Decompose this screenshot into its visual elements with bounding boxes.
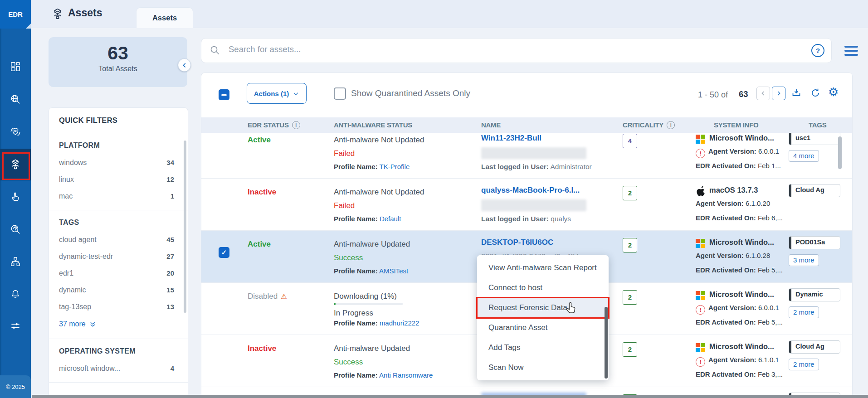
filter-item[interactable]: cloud agent45 [59, 231, 178, 248]
warning-triangle-icon: ⚠ [281, 292, 287, 301]
table-row[interactable]: InactiveAnti-malware Not UpdatedFailedPr… [201, 179, 852, 231]
menu-item-quarantine-asset[interactable]: Quarantine Asset [477, 318, 609, 338]
agent-alert-icon: ! [696, 149, 705, 158]
row-checkbox[interactable]: ✓ [219, 247, 229, 258]
actions-button[interactable]: Actions (1) [247, 83, 307, 104]
sidebar-item-anti-malware[interactable] [0, 119, 31, 145]
asset-name-link[interactable]: qualyss-MacBook-Pro-6.l... [481, 186, 580, 195]
sidebar-item-policies[interactable] [0, 248, 31, 275]
tab-assets[interactable]: Assets [136, 7, 193, 28]
tag-bracket [789, 184, 791, 197]
more-tags-button[interactable]: 2 more [789, 359, 819, 370]
quick-filters-title: QUICK FILTERS [49, 108, 188, 133]
menu-item-view-anti-malware-scan-report[interactable]: View Anti-malware Scan Report [477, 258, 609, 278]
sidebar-item-dashboard[interactable] [0, 53, 31, 80]
more-tags-button[interactable]: 2 more [789, 306, 819, 318]
search-bar: ? [201, 38, 832, 63]
collapse-panel-button[interactable] [178, 58, 191, 72]
more-tags-button[interactable]: 3 more [789, 254, 819, 266]
column-header-anti-malware-status[interactable]: ANTI-MALWARE STATUS [334, 121, 412, 129]
tag-bracket [789, 340, 791, 354]
download-button[interactable] [791, 87, 802, 98]
asset-name-link[interactable]: DESKTOP-T6IU6OC [481, 238, 553, 247]
filter-item[interactable]: linux12 [59, 171, 178, 188]
asset-detail-redacted [481, 147, 586, 159]
filter-item-count: 12 [166, 175, 178, 183]
total-assets-value: 63 [49, 43, 187, 64]
edr-activated-value: Feb 5,... [758, 318, 783, 326]
filter-item[interactable]: mac1 [59, 188, 178, 204]
menu-item-scan-now[interactable]: Scan Now [477, 358, 609, 378]
info-icon: i [292, 121, 300, 129]
menu-item-request-forensic-data[interactable]: Request Forensic Data [477, 298, 609, 318]
filter-item[interactable]: edr120 [59, 265, 178, 282]
filter-item[interactable]: microsoft window...4 [59, 360, 178, 377]
column-header-tags[interactable]: TAGS [809, 121, 826, 129]
filter-item[interactable]: dynamic15 [59, 282, 178, 298]
filter-item[interactable]: dynamic-test-edr27 [59, 248, 178, 265]
table-header-row: EDR STATUSiANTI-MALWARE STATUSNAMECRITIC… [201, 117, 852, 133]
sidebar-item-alerts[interactable] [0, 281, 31, 307]
agent-alert-icon: ! [696, 305, 705, 315]
assets-cube-title-icon [51, 7, 64, 21]
total-assets-label: Total Assets [49, 65, 187, 73]
filter-item-label: dynamic-test-edr [59, 252, 113, 261]
menu-item-add-tags[interactable]: Add Tags [477, 338, 609, 358]
filter-item-count: 27 [166, 252, 178, 260]
more-tags-button[interactable]: 4 more [789, 150, 819, 162]
edr-activated-line: EDR Activated On: Feb 6,... [696, 214, 783, 222]
quarantined-only-checkbox[interactable] [334, 87, 346, 100]
sidebar-item-configuration[interactable] [0, 313, 31, 339]
filter-item[interactable]: windows34 [59, 154, 178, 171]
table-row[interactable]: ActiveAnti-malware Not UpdatedFailedProf… [201, 133, 852, 179]
anti-malware-status: Anti-malware Not Updated [334, 188, 424, 197]
edr-activated-line: EDR Activated On: Feb 3,... [696, 370, 783, 378]
profile-name-link[interactable]: Default [380, 215, 401, 223]
prev-page-button[interactable] [756, 87, 770, 100]
windows-logo-icon [696, 343, 705, 352]
column-header-name[interactable]: NAME [481, 121, 501, 129]
menu-hamburger-icon[interactable] [844, 46, 858, 58]
column-header-criticality[interactable]: CRITICALITYi [623, 121, 675, 129]
help-icon[interactable]: ? [811, 44, 824, 57]
edr-status-value: Disabled [248, 292, 278, 301]
edr-activated-line: EDR Activated On: Feb 5,... [696, 266, 783, 274]
download-progress-fill [334, 303, 336, 305]
filter-more-link[interactable]: 37 more [59, 315, 178, 333]
refresh-button[interactable] [810, 87, 821, 98]
sidebar-item-investigate[interactable] [0, 86, 31, 112]
column-header-edr-status[interactable]: EDR STATUSi [248, 121, 300, 129]
edr-logo[interactable]: EDR [0, 0, 31, 29]
agent-version-line: !Agent Version: 6.0.0.1 [696, 304, 779, 315]
tag-label: Dynamic [795, 291, 823, 298]
menu-item-connect-to-host[interactable]: Connect to host [477, 278, 609, 298]
table-vertical-scrollbar[interactable] [838, 136, 842, 169]
search-input[interactable] [228, 44, 774, 55]
sidebar-item-hunting[interactable] [0, 216, 31, 243]
filters-scrollbar[interactable] [184, 141, 186, 313]
search-globe-icon [10, 93, 21, 105]
select-all-checkbox-indeterminate[interactable] [219, 89, 229, 100]
download-icon [791, 87, 802, 98]
profile-name-link[interactable]: madhuri2222 [380, 319, 419, 327]
bottom-scrollbar[interactable] [32, 395, 868, 398]
sidebar-item-responses[interactable] [0, 184, 31, 210]
chevron-left-icon [182, 63, 187, 68]
profile-name-link[interactable]: AMSITest [379, 267, 408, 275]
column-header-system-info[interactable]: SYSTEM INFO [714, 121, 758, 129]
menu-item-label: Connect to host [488, 283, 542, 292]
edr-status: Inactive [248, 188, 276, 197]
filter-item[interactable]: tag-13sep13 [59, 298, 178, 315]
page-title: Assets [68, 7, 102, 19]
profile-name-link[interactable]: Anti Ransomware [379, 371, 433, 379]
profile-name-link[interactable]: TK-Profile [380, 163, 410, 170]
menu-item-label: Quarantine Asset [488, 323, 547, 332]
asset-detail-redacted [481, 199, 586, 211]
asset-name-link[interactable]: Win11-23H2-Bull [481, 134, 541, 143]
quick-filters-panel: QUICK FILTERS PLATFORMwindows34linux12ma… [49, 107, 188, 398]
settings-gear-icon[interactable]: ⚙ [828, 85, 839, 99]
next-page-button[interactable] [772, 87, 785, 100]
edr-activated-line: EDR Activated On: Feb 1... [696, 162, 781, 170]
filter-section-title: TAGS [59, 218, 178, 227]
context-menu-scrollbar[interactable] [605, 307, 608, 379]
